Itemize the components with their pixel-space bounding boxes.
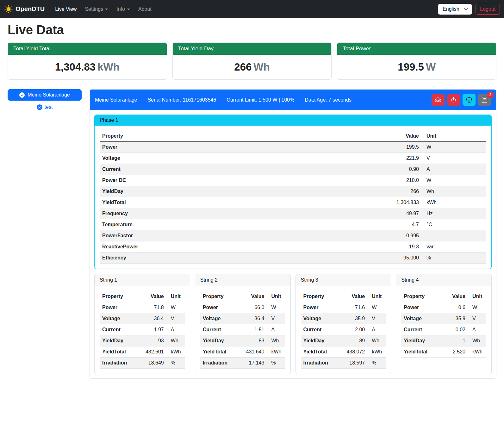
nav-item-live-view[interactable]: Live View [51, 4, 81, 15]
sun-icon [4, 5, 13, 13]
table-header-row: Property Value Unit [200, 291, 285, 302]
value-cell: 0.02 [436, 324, 468, 335]
brand-label: OpenDTU [16, 5, 45, 13]
event-log-button[interactable]: 2 [478, 94, 491, 106]
power-icon [451, 97, 457, 103]
unit-cell: var [421, 241, 486, 252]
table-row: Power0.6W [401, 302, 486, 313]
unit-cell: % [367, 358, 386, 369]
table-row: PowerFactor0.995 [100, 230, 486, 241]
property-cell: YieldTotal [100, 346, 135, 358]
card-title: Total Power [337, 43, 496, 55]
unit-cell: A [421, 164, 486, 175]
property-cell: Power [100, 302, 135, 313]
inverter-item-test[interactable]: test [8, 104, 82, 110]
unit-cell: Wh [166, 335, 185, 346]
card-title: Total Yield Day [173, 43, 332, 55]
property-cell: Current [401, 324, 436, 335]
value-cell: 199.5 [387, 142, 421, 153]
unit-cell: Hz [421, 208, 486, 219]
inverter-selected-label: Meine Solaranlage [28, 92, 70, 98]
inverter-data-age: Data Age: 7 seconds [305, 97, 352, 103]
nav-item-settings[interactable]: Settings [81, 4, 112, 15]
property-cell: Current [100, 324, 135, 335]
property-cell: YieldDay [100, 335, 135, 346]
value-cell: 0.6 [436, 302, 468, 313]
unit-cell: % [421, 252, 486, 264]
column-property: Property [100, 131, 387, 142]
property-cell: Current [200, 324, 235, 335]
string-card-4: String 4 Property Value Unit [396, 274, 492, 374]
value-cell: 0.90 [387, 164, 421, 175]
table-row: Power71.8W [100, 302, 185, 313]
property-cell: YieldTotal [200, 346, 235, 358]
table-row: Power199.5W [100, 142, 486, 153]
restart-button[interactable] [463, 94, 476, 106]
unit: W [426, 61, 436, 73]
property-cell: YieldDay [401, 335, 436, 346]
brand[interactable]: OpenDTU [4, 5, 45, 13]
string-table: Property Value Unit Power66.0WVoltage36.… [200, 291, 285, 369]
table-row: YieldTotal438.072kWh [301, 346, 386, 358]
table-row: YieldDay266Wh [100, 186, 486, 197]
property-cell: Current [100, 164, 387, 175]
card-total-power: Total Power 199.5W [337, 42, 496, 80]
table-row: Current1.97A [100, 324, 185, 335]
card-total-yield-total: Total Yield Total 1,304.83kWh [8, 42, 167, 80]
property-cell: PowerFactor [100, 230, 387, 241]
column-value: Value [336, 291, 367, 302]
value-cell: 1 [436, 335, 468, 346]
navbar-right: English Logout [438, 4, 500, 15]
unit-cell: W [166, 302, 185, 313]
string-table: Property Value Unit Power71.8WVoltage36.… [100, 291, 185, 369]
limit-settings-button[interactable] [432, 94, 445, 106]
chevron-down-icon [127, 9, 130, 10]
property-cell: Power [301, 302, 336, 313]
unit-cell: V [421, 153, 486, 164]
table-header-row: Property Value Unit [401, 291, 486, 302]
unit-cell: W [421, 175, 486, 186]
unit-cell: V [468, 313, 486, 324]
table-row: Irradiation18.597% [301, 358, 386, 369]
unit-cell: V [367, 313, 386, 324]
inverter-header: Meine Solaranlage Serial Number: 1161716… [90, 90, 496, 110]
unit-cell: W [367, 302, 386, 313]
column-property: Property [200, 291, 235, 302]
table-row: Efficiency95.000% [100, 252, 486, 264]
string-card-2: String 2 Property Value Unit [195, 274, 291, 374]
inverter-sidebar: Meine Solaranlage test [8, 89, 82, 110]
value-cell: 18.597 [336, 358, 367, 369]
unit: Wh [253, 61, 270, 73]
unit-cell: W [468, 302, 486, 313]
table-header-row: Property Value Unit [301, 291, 386, 302]
table-row: Current1.81A [200, 324, 285, 335]
table-row: YieldTotal2.520kWh [401, 346, 486, 358]
property-cell: Irradiation [100, 358, 135, 369]
table-header-row: Property Value Unit [100, 131, 486, 142]
value-cell: 19.3 [387, 241, 421, 252]
unit-cell: V [267, 313, 285, 324]
inverter-serial: Serial Number: 116171603546 [147, 97, 216, 103]
phase-table: Property Value Unit Power199.5WVoltage22… [100, 131, 486, 264]
value-cell: 66.0 [235, 302, 267, 313]
inverter-selected-button[interactable]: Meine Solaranlage [8, 89, 82, 101]
value-cell: 221.9 [387, 153, 421, 164]
card-value: 266Wh [173, 55, 332, 79]
unit-cell: W [421, 142, 486, 153]
column-unit: Unit [267, 291, 285, 302]
table-row: Current0.90A [100, 164, 486, 175]
logout-button[interactable]: Logout [476, 4, 500, 15]
nav-item-about[interactable]: About [134, 4, 156, 15]
table-row: Current0.02A [401, 324, 486, 335]
unit-cell: % [267, 358, 285, 369]
navbar: OpenDTU Live View Settings Info About En… [0, 0, 504, 18]
power-button[interactable] [447, 94, 460, 106]
table-row: Voltage35.9V [401, 313, 486, 324]
property-cell: Irradiation [301, 358, 336, 369]
table-row: ReactivePower19.3var [100, 241, 486, 252]
nav-item-info[interactable]: Info [112, 4, 134, 15]
value-cell: 432.601 [135, 346, 166, 358]
language-select[interactable]: English [438, 4, 472, 15]
inverter-card: Meine Solaranlage Serial Number: 1161716… [90, 89, 496, 379]
value-cell: 2.520 [436, 346, 468, 358]
